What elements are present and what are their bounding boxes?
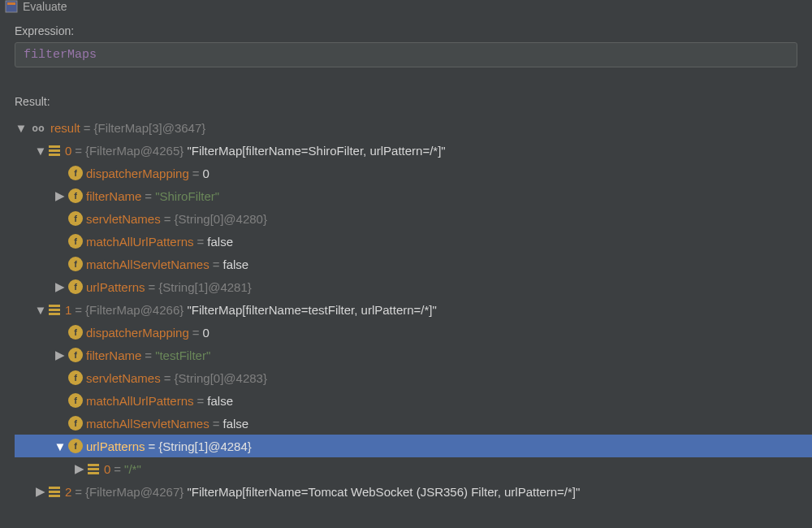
tree-field[interactable]: f matchAllServletNames = false bbox=[15, 253, 812, 275]
field-icon: f bbox=[68, 416, 83, 431]
field-value: {String[0]@4280} bbox=[174, 212, 266, 226]
array-element-icon bbox=[88, 462, 101, 475]
tree-field[interactable]: f servletNames = {String[0]@4283} bbox=[15, 366, 812, 389]
expression-label: Expression: bbox=[0, 16, 812, 42]
field-name: dispatcherMapping bbox=[86, 167, 189, 180]
chevron-right-icon[interactable]: ▶ bbox=[54, 280, 67, 293]
svg-rect-1 bbox=[7, 2, 15, 5]
field-value: "/*" bbox=[124, 462, 141, 476]
tree-array-item[interactable]: ▶ 2 = {FilterMap@4267} "FilterMap[filter… bbox=[15, 480, 812, 503]
tree-root[interactable]: ▼ oo result = {FilterMap[3]@3647} bbox=[15, 116, 812, 139]
field-icon: f bbox=[68, 279, 83, 294]
field-name: dispatcherMapping bbox=[86, 326, 189, 340]
field-name: matchAllServletNames bbox=[86, 417, 209, 431]
field-value: 0 bbox=[203, 326, 209, 340]
object-summary: "FilterMap[filterName=testFilter, urlPat… bbox=[187, 303, 436, 317]
field-value: false bbox=[222, 258, 248, 271]
array-index: 0 bbox=[104, 462, 110, 476]
field-value: "testFilter" bbox=[155, 348, 210, 362]
type-label: {FilterMap@4265} bbox=[85, 144, 184, 158]
window-icon bbox=[5, 0, 18, 13]
object-summary: "FilterMap[filterName=Tomcat WebSocket (… bbox=[187, 485, 580, 499]
field-icon: f bbox=[68, 234, 83, 249]
chevron-right-icon[interactable]: ▶ bbox=[54, 348, 67, 361]
field-name: matchAllUrlPatterns bbox=[86, 394, 194, 408]
equals-label: = bbox=[80, 121, 94, 135]
chevron-right-icon[interactable]: ▶ bbox=[34, 485, 47, 498]
field-value: {String[1]@4284} bbox=[158, 439, 251, 453]
field-value: {String[1]@4281} bbox=[158, 280, 251, 294]
field-icon: f bbox=[68, 393, 83, 408]
tree-array-item[interactable]: ▶ 0 = "/*" bbox=[15, 457, 812, 480]
field-name: matchAllUrlPatterns bbox=[86, 235, 194, 249]
field-icon: f bbox=[68, 348, 83, 362]
chevron-down-icon[interactable]: ▼ bbox=[34, 144, 47, 157]
tree-field[interactable]: f matchAllServletNames = false bbox=[15, 412, 812, 435]
field-name: filterName bbox=[86, 348, 141, 362]
object-group-icon: oo bbox=[29, 120, 47, 135]
type-label: {FilterMap@4267} bbox=[85, 485, 184, 499]
tree-field[interactable]: f matchAllUrlPatterns = false bbox=[15, 389, 812, 412]
field-value: 0 bbox=[203, 167, 209, 180]
array-element-icon bbox=[49, 303, 62, 316]
tree-field[interactable]: f servletNames = {String[0]@4280} bbox=[15, 207, 812, 230]
object-summary: "FilterMap[filterName=ShiroFilter, urlPa… bbox=[187, 144, 445, 158]
tree-field[interactable]: ▶ f filterName = "testFilter" bbox=[15, 344, 812, 366]
array-index: 0 bbox=[65, 144, 71, 158]
field-value: false bbox=[207, 235, 233, 249]
type-label: {FilterMap[3]@3647} bbox=[93, 121, 205, 135]
result-label: Result: bbox=[0, 67, 812, 113]
field-icon: f bbox=[68, 188, 83, 203]
expression-input[interactable] bbox=[15, 42, 797, 67]
field-value: false bbox=[222, 417, 248, 431]
window-title: Evaluate bbox=[23, 0, 67, 13]
field-icon: f bbox=[68, 439, 83, 453]
array-element-icon bbox=[49, 144, 62, 157]
chevron-down-icon[interactable]: ▼ bbox=[54, 439, 67, 452]
field-value: {String[0]@4283} bbox=[174, 371, 266, 385]
field-name: urlPatterns bbox=[86, 280, 145, 294]
field-name: servletNames bbox=[86, 212, 161, 226]
tree-field[interactable]: f dispatcherMapping = 0 bbox=[15, 162, 812, 184]
chevron-down-icon[interactable]: ▼ bbox=[15, 121, 28, 134]
array-index: 2 bbox=[65, 485, 71, 499]
field-icon: f bbox=[68, 211, 83, 226]
tree-array-item[interactable]: ▼ 1 = {FilterMap@4266} "FilterMap[filter… bbox=[15, 298, 812, 321]
field-value: "ShiroFilter" bbox=[155, 189, 219, 203]
field-icon: f bbox=[68, 257, 83, 271]
field-icon: f bbox=[68, 370, 83, 385]
field-value: false bbox=[207, 394, 233, 408]
field-name: matchAllServletNames bbox=[86, 258, 209, 271]
var-name: result bbox=[50, 121, 80, 135]
field-name: filterName bbox=[86, 189, 141, 203]
array-element-icon bbox=[49, 485, 62, 498]
type-label: {FilterMap@4266} bbox=[85, 303, 184, 317]
array-index: 1 bbox=[65, 303, 71, 317]
field-name: servletNames bbox=[86, 371, 161, 385]
field-icon: f bbox=[68, 325, 83, 340]
tree-array-item[interactable]: ▼ 0 = {FilterMap@4265} "FilterMap[filter… bbox=[15, 139, 812, 162]
field-icon: f bbox=[68, 166, 83, 180]
tree-field[interactable]: ▶ f urlPatterns = {String[1]@4281} bbox=[15, 275, 812, 298]
chevron-down-icon[interactable]: ▼ bbox=[34, 303, 47, 316]
chevron-right-icon[interactable]: ▶ bbox=[73, 462, 86, 475]
chevron-right-icon[interactable]: ▶ bbox=[54, 189, 67, 202]
field-name: urlPatterns bbox=[86, 439, 145, 453]
tree-field-selected[interactable]: ▼ f urlPatterns = {String[1]@4284} bbox=[15, 435, 812, 457]
result-tree: ▼ oo result = {FilterMap[3]@3647} ▼ 0 = … bbox=[0, 113, 812, 503]
tree-field[interactable]: f dispatcherMapping = 0 bbox=[15, 321, 812, 344]
tree-field[interactable]: ▶ f filterName = "ShiroFilter" bbox=[15, 184, 812, 207]
tree-field[interactable]: f matchAllUrlPatterns = false bbox=[15, 230, 812, 253]
